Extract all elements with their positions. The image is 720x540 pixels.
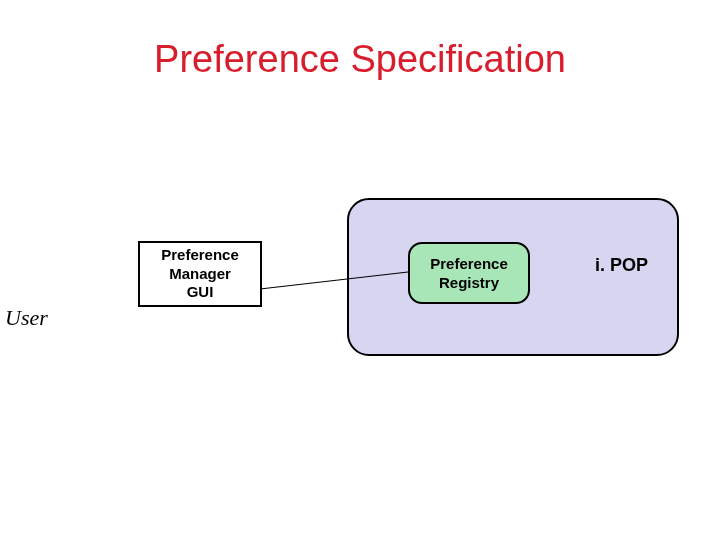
diagram-stage: Preference Specification Preference Mana… (0, 0, 720, 540)
user-label: User (5, 305, 48, 331)
registry-line2: Registry (439, 274, 499, 291)
preference-manager-gui-node: Preference Manager GUI (138, 241, 262, 307)
registry-line1: Preference (430, 255, 508, 272)
pm-line1: Preference (161, 246, 239, 263)
pm-line3: GUI (187, 283, 214, 300)
ipop-label: i. POP (595, 255, 648, 276)
preference-registry-node: Preference Registry (408, 242, 530, 304)
diagram-title: Preference Specification (0, 38, 720, 81)
pm-line2: Manager (169, 265, 231, 282)
